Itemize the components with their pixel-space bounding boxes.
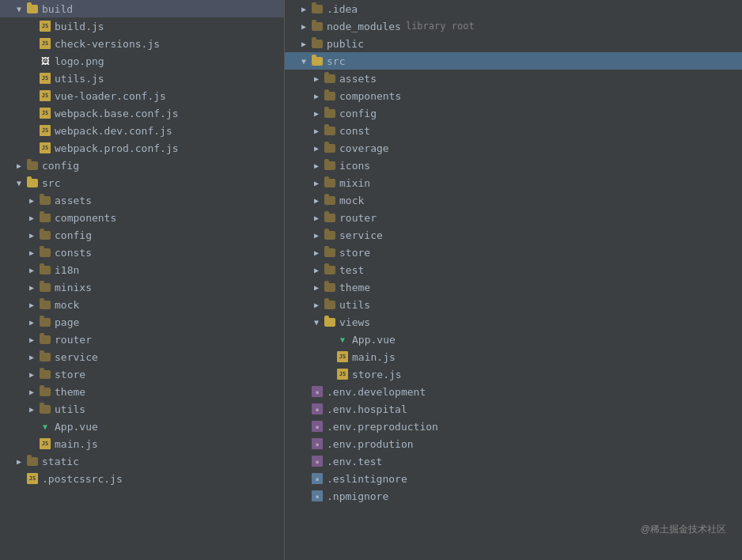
item-label: test [339, 264, 364, 276]
tree-item-node-modules-folder[interactable]: node_moduleslibrary root [285, 17, 742, 35]
item-label: minixs [55, 282, 92, 293]
tree-item-components-folder[interactable]: components [0, 209, 284, 226]
tree-item-npmignore[interactable]: ≡.npmignore [285, 487, 742, 505]
tree-item-app-vue[interactable]: ▼App.vue [0, 418, 284, 435]
folder-icon [323, 318, 337, 327]
tree-item-mock-folder[interactable]: mock [0, 296, 284, 313]
tree-item-router-folder[interactable]: router [0, 331, 284, 348]
item-label: .env.prodution [327, 438, 414, 450]
tree-item-store-folder[interactable]: store [0, 365, 284, 383]
tree-item-router-folder-r[interactable]: router [285, 209, 742, 226]
tree-arrow [310, 92, 323, 100]
tree-item-i18n-folder[interactable]: i18n [0, 261, 284, 278]
folder-icon [323, 283, 337, 292]
tree-item-mixin-folder-r[interactable]: mixin [285, 174, 742, 191]
tree-item-config-sub-folder[interactable]: config [0, 226, 284, 244]
vue-icon: ▼ [335, 334, 350, 345]
tree-item-store-folder-r[interactable]: store [285, 244, 742, 261]
tree-item-store-js-r[interactable]: JSstore.js [285, 365, 742, 383]
item-label: check-versions.js [55, 38, 160, 50]
item-label: mixin [339, 177, 370, 189]
tree-item-idea-folder[interactable]: .idea [285, 0, 742, 17]
tree-arrow [13, 457, 25, 466]
tree-arrow [310, 161, 323, 170]
tree-item-webpack-base-conf-js[interactable]: JSwebpack.base.conf.js [0, 104, 284, 122]
tree-item-env-preproduction[interactable]: ≡.env.preproduction [285, 418, 742, 435]
tree-item-logo-png[interactable]: 🖼logo.png [0, 52, 284, 70]
tree-item-webpack-dev-conf-js[interactable]: JSwebpack.dev.conf.js [0, 122, 284, 139]
tree-item-env-prodution[interactable]: ≡.env.prodution [285, 435, 742, 452]
js-icon: JS [38, 142, 52, 153]
tree-arrow [13, 161, 25, 170]
item-label: .env.development [327, 386, 426, 398]
tree-item-postcssrc-js[interactable]: JS.postcssrc.js [0, 470, 284, 487]
left-file-tree[interactable]: buildJSbuild.jsJScheck-versions.js🖼logo.… [0, 0, 285, 560]
tree-item-build-folder[interactable]: build [0, 0, 284, 17]
tree-item-app-vue-r[interactable]: ▼App.vue [285, 331, 742, 348]
tree-item-build-js[interactable]: JSbuild.js [0, 17, 284, 35]
tree-item-coverage-folder-r[interactable]: coverage [285, 139, 742, 157]
tree-item-test-folder-r[interactable]: test [285, 261, 742, 278]
tree-item-env-hospital[interactable]: ≡.env.hospital [285, 400, 742, 418]
tree-item-utils-js[interactable]: JSutils.js [0, 70, 284, 87]
item-label: webpack.prod.conf.js [55, 142, 179, 154]
item-label: .npmignore [327, 490, 388, 502]
tree-item-vue-loader-conf-js[interactable]: JSvue-loader.conf.js [0, 87, 284, 104]
folder-icon [323, 266, 337, 274]
tree-arrow [310, 74, 323, 83]
tree-item-main-js[interactable]: JSmain.js [0, 435, 284, 452]
tree-item-webpack-prod-conf-js[interactable]: JSwebpack.prod.conf.js [0, 139, 284, 157]
tree-item-service-folder-r[interactable]: service [285, 226, 742, 244]
tree-item-icons-folder-r[interactable]: icons [285, 157, 742, 174]
tree-item-src-folder-right[interactable]: src [285, 52, 742, 70]
tree-item-components-folder-r[interactable]: components [285, 87, 742, 104]
js-icon: JS [38, 73, 52, 84]
folder-icon [323, 92, 337, 100]
folder-icon [38, 405, 52, 414]
folder-icon [323, 127, 337, 135]
tree-item-minixs-folder[interactable]: minixs [0, 278, 284, 296]
tree-item-env-test[interactable]: ≡.env.test [285, 452, 742, 470]
env-icon: ≡ [310, 386, 324, 397]
tree-item-env-dev[interactable]: ≡.env.development [285, 383, 742, 400]
tree-item-service-folder[interactable]: service [0, 348, 284, 365]
js-icon: JS [38, 438, 52, 449]
tree-item-main-js-r[interactable]: JSmain.js [285, 348, 742, 365]
tree-item-utils-folder[interactable]: utils [0, 400, 284, 418]
item-label: .env.hospital [327, 403, 407, 415]
tree-item-config-folder-r[interactable]: config [285, 104, 742, 122]
tree-item-page-folder[interactable]: page [0, 313, 284, 331]
tree-item-utils-folder-r[interactable]: utils [285, 296, 742, 313]
tree-item-theme-folder[interactable]: theme [0, 383, 284, 400]
tree-item-public-folder[interactable]: public [285, 35, 742, 52]
tree-item-assets-folder-r[interactable]: assets [285, 70, 742, 87]
right-file-tree[interactable]: .ideanode_moduleslibrary rootpublicsrcas… [285, 0, 742, 560]
tree-item-theme-folder-r[interactable]: theme [285, 278, 742, 296]
item-label: main.js [55, 438, 98, 450]
item-label: src [327, 55, 345, 67]
tree-item-const-folder-r[interactable]: const [285, 122, 742, 139]
tree-item-assets-folder[interactable]: assets [0, 191, 284, 209]
tree-item-config-folder[interactable]: config [0, 157, 284, 174]
item-label: build [42, 3, 73, 15]
tree-item-consts-folder[interactable]: consts [0, 244, 284, 261]
tree-arrow [310, 301, 323, 309]
item-label: assets [55, 195, 92, 206]
folder-icon [323, 231, 337, 240]
item-label: build.js [55, 21, 104, 32]
folder-icon [310, 5, 324, 13]
tree-item-views-folder-r[interactable]: views [285, 313, 742, 331]
folder-icon [25, 5, 40, 13]
tree-arrow [310, 179, 323, 187]
watermark: @稀土掘金技术社区 [641, 523, 726, 536]
tree-item-mock-folder-r[interactable]: mock [285, 191, 742, 209]
item-label: mock [55, 299, 79, 311]
tree-item-eslintignore[interactable]: ≡.eslintignore [285, 470, 742, 487]
item-label: logo.png [55, 55, 104, 67]
tree-arrow [25, 353, 38, 361]
folder-icon [310, 22, 324, 31]
tree-arrow [310, 214, 323, 222]
tree-item-static-folder[interactable]: static [0, 452, 284, 470]
tree-item-check-versions-js[interactable]: JScheck-versions.js [0, 35, 284, 52]
tree-item-src-folder[interactable]: src [0, 174, 284, 191]
